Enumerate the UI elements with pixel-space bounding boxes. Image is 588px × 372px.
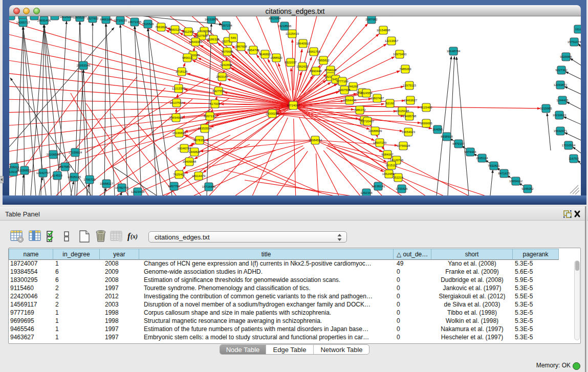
svg-text:9329966: 9329966 bbox=[560, 55, 572, 58]
svg-text:8427552: 8427552 bbox=[212, 90, 225, 93]
svg-text:19654923: 19654923 bbox=[402, 130, 416, 134]
svg-text:7515526: 7515526 bbox=[142, 23, 154, 26]
svg-text:9227342: 9227342 bbox=[555, 69, 568, 72]
svg-text:2803144: 2803144 bbox=[216, 75, 228, 78]
svg-text:10655287: 10655287 bbox=[73, 16, 87, 19]
svg-text:17010504: 17010504 bbox=[562, 144, 576, 147]
svg-text:6466160: 6466160 bbox=[100, 18, 112, 21]
svg-text:16353594: 16353594 bbox=[198, 127, 212, 130]
svg-text:2867608: 2867608 bbox=[235, 45, 247, 48]
svg-text:16961755: 16961755 bbox=[307, 50, 321, 53]
svg-text:12923448: 12923448 bbox=[131, 190, 145, 193]
svg-text:9474444: 9474444 bbox=[464, 150, 476, 154]
svg-text:7663822: 7663822 bbox=[155, 26, 167, 29]
svg-text:18975857: 18975857 bbox=[58, 165, 72, 168]
svg-text:11156829: 11156829 bbox=[18, 169, 31, 172]
svg-text:7485063: 7485063 bbox=[399, 68, 411, 71]
svg-text:7955812: 7955812 bbox=[317, 59, 330, 62]
svg-text:1362615: 1362615 bbox=[296, 65, 309, 68]
svg-text:8454749: 8454749 bbox=[247, 49, 259, 52]
svg-text:18640910: 18640910 bbox=[296, 42, 310, 45]
svg-text:8678352: 8678352 bbox=[193, 139, 206, 142]
svg-text:16648784: 16648784 bbox=[447, 50, 461, 53]
svg-text:14055717: 14055717 bbox=[16, 21, 30, 24]
svg-text:1588520: 1588520 bbox=[270, 56, 282, 59]
svg-text:12505135: 12505135 bbox=[68, 176, 81, 179]
svg-text:11325419: 11325419 bbox=[286, 32, 299, 35]
svg-text:114519: 114519 bbox=[52, 174, 62, 177]
svg-text:1112: 1112 bbox=[575, 28, 581, 31]
svg-text:16033809: 16033809 bbox=[205, 18, 219, 21]
svg-text:10154808: 10154808 bbox=[377, 29, 390, 32]
svg-text:15716485: 15716485 bbox=[202, 185, 216, 188]
svg-text:20564436: 20564436 bbox=[343, 99, 357, 102]
svg-text:8813054: 8813054 bbox=[269, 17, 281, 20]
svg-text:6497508: 6497508 bbox=[338, 89, 351, 92]
svg-text:3624554: 3624554 bbox=[360, 92, 373, 95]
svg-text:16782759: 16782759 bbox=[115, 186, 129, 189]
svg-text:9457791: 9457791 bbox=[168, 185, 180, 188]
svg-text:1292344: 1292344 bbox=[360, 191, 373, 194]
svg-text:8912954: 8912954 bbox=[182, 30, 194, 33]
svg-text:(x): (x) bbox=[130, 233, 138, 240]
svg-text:164095: 164095 bbox=[432, 128, 443, 131]
svg-text:15692971: 15692971 bbox=[554, 129, 568, 133]
svg-text:10973493: 10973493 bbox=[393, 53, 407, 56]
svg-text:19218506: 19218506 bbox=[278, 25, 292, 28]
svg-text:17159924: 17159924 bbox=[69, 151, 82, 154]
svg-text:19384554: 19384554 bbox=[309, 139, 322, 142]
svg-text:7986372: 7986372 bbox=[354, 108, 366, 112]
svg-text:546: 546 bbox=[231, 36, 236, 39]
svg-text:989013: 989013 bbox=[182, 56, 193, 59]
svg-text:19166825: 19166825 bbox=[172, 132, 186, 135]
svg-text:3675685: 3675685 bbox=[221, 50, 233, 53]
svg-text:15751074: 15751074 bbox=[568, 40, 581, 43]
svg-text:10958117: 10958117 bbox=[100, 182, 114, 185]
svg-text:20053346: 20053346 bbox=[77, 64, 91, 67]
svg-text:16671355: 16671355 bbox=[128, 20, 142, 24]
svg-text:10688609: 10688609 bbox=[368, 129, 382, 133]
svg-text:12093872: 12093872 bbox=[554, 83, 568, 86]
svg-text:19495798: 19495798 bbox=[403, 115, 417, 118]
svg-text:1449822: 1449822 bbox=[188, 150, 201, 154]
svg-text:2935114: 2935114 bbox=[476, 157, 489, 160]
svg-text:9242848: 9242848 bbox=[220, 63, 232, 67]
svg-text:8186328: 8186328 bbox=[207, 38, 220, 41]
svg-text:9115460: 9115460 bbox=[421, 106, 433, 109]
svg-text:1244415: 1244415 bbox=[556, 99, 569, 102]
svg-text:16543382: 16543382 bbox=[189, 40, 203, 43]
svg-text:16409948: 16409948 bbox=[183, 160, 197, 163]
svg-text:20206556: 20206556 bbox=[47, 153, 60, 156]
svg-text:9699695: 9699695 bbox=[420, 122, 432, 125]
svg-text:8938918: 8938918 bbox=[441, 135, 453, 138]
svg-text:7625402: 7625402 bbox=[173, 173, 185, 176]
svg-text:16914479: 16914479 bbox=[192, 174, 206, 178]
svg-text:12975115: 12975115 bbox=[403, 84, 417, 87]
svg-text:13915: 13915 bbox=[9, 170, 18, 173]
svg-text:18907299: 18907299 bbox=[373, 141, 387, 144]
svg-text:2087682: 2087682 bbox=[365, 18, 378, 21]
svg-text:18724007: 18724007 bbox=[287, 104, 300, 107]
svg-text:16210643: 16210643 bbox=[553, 114, 567, 117]
svg-text:9084067: 9084067 bbox=[381, 153, 394, 156]
svg-text:12213383: 12213383 bbox=[172, 87, 186, 90]
svg-text:746266: 746266 bbox=[348, 85, 359, 88]
svg-text:417006: 417006 bbox=[210, 102, 221, 105]
svg-text:7632821: 7632821 bbox=[488, 164, 500, 167]
svg-text:12942757: 12942757 bbox=[36, 171, 50, 174]
svg-text:252214: 252214 bbox=[393, 176, 404, 179]
svg-text:8267130: 8267130 bbox=[204, 115, 216, 118]
svg-text:20691406: 20691406 bbox=[37, 19, 51, 22]
svg-text:3215955: 3215955 bbox=[540, 107, 552, 110]
svg-text:19463627: 19463627 bbox=[404, 99, 418, 102]
svg-text:9794028: 9794028 bbox=[324, 69, 337, 72]
svg-text:18300295: 18300295 bbox=[266, 112, 279, 115]
svg-text:1795725: 1795725 bbox=[83, 178, 96, 181]
svg-text:1615112: 1615112 bbox=[386, 164, 398, 167]
svg-text:10756928: 10756928 bbox=[397, 144, 410, 147]
svg-text:62160: 62160 bbox=[386, 102, 395, 105]
svg-text:8660124: 8660124 bbox=[169, 28, 181, 31]
svg-text:16046788: 16046788 bbox=[178, 147, 191, 150]
svg-text:14136141: 14136141 bbox=[372, 185, 385, 188]
svg-text:9245052: 9245052 bbox=[521, 187, 534, 190]
